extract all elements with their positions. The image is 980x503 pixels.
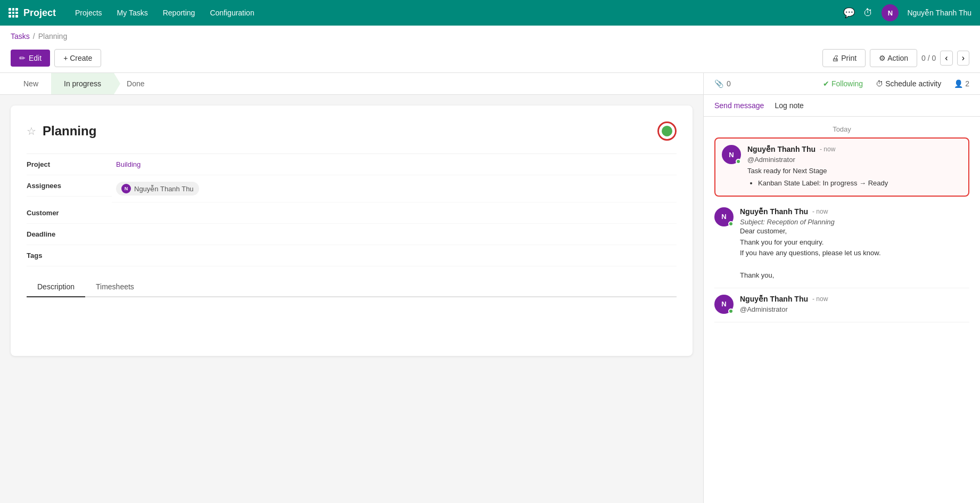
- message-3: N Nguyễn Thanh Thu - now @Administrator: [714, 288, 969, 322]
- msg3-sub: @Administrator: [740, 305, 969, 313]
- top-navigation: Project Projects My Tasks Reporting Conf…: [0, 0, 980, 26]
- pagination: 0 / 0 ‹ ›: [921, 51, 969, 66]
- stage-inprogress-label: In progress: [64, 79, 101, 88]
- msg1-avatar: N: [722, 145, 741, 164]
- tab-description[interactable]: Description: [27, 277, 85, 297]
- task-title-left: ☆ Planning: [27, 124, 96, 139]
- assignee-avatar: N: [121, 184, 131, 193]
- attachment-count: 0: [727, 79, 731, 88]
- msg2-author: Nguyễn Thanh Thu: [740, 207, 808, 216]
- nav-my-tasks[interactable]: My Tasks: [111, 5, 154, 20]
- chatter-messages: Today N Nguyễn Thanh Thu - now @Administ…: [704, 117, 980, 503]
- tab-description-label: Description: [37, 282, 75, 291]
- msg1-text: Task ready for Next Stage: [747, 166, 962, 177]
- chatter-right-actions: ✔ Following ⏱ Schedule activity 👤 2: [823, 79, 969, 88]
- next-button[interactable]: ›: [957, 51, 969, 66]
- create-label: + Create: [63, 54, 92, 62]
- fields-grid: Project Building Assignees N Nguyễn Than…: [27, 153, 677, 266]
- msg2-header: Nguyễn Thanh Thu - now: [740, 207, 969, 216]
- stage-new[interactable]: New: [11, 73, 51, 94]
- breadcrumb-parent[interactable]: Tasks: [11, 32, 30, 40]
- assignees-value[interactable]: N Nguyễn Thanh Thu: [112, 175, 677, 202]
- prev-button[interactable]: ‹: [940, 51, 952, 66]
- message-actions: Send message Log note: [704, 95, 980, 117]
- right-panel: 📎 0 ✔ Following ⏱ Schedule activity 👤 2: [703, 73, 980, 503]
- msg2-content: Nguyễn Thanh Thu - now Subject: Receptio…: [740, 207, 969, 281]
- date-divider: Today: [714, 117, 969, 137]
- create-button[interactable]: + Create: [54, 49, 101, 67]
- msg3-header: Nguyễn Thanh Thu - now: [740, 295, 969, 303]
- pagination-count: 0 / 0: [921, 54, 936, 62]
- favorite-icon[interactable]: ☆: [27, 125, 36, 137]
- person-icon: 👤: [954, 79, 963, 88]
- user-name: Nguyễn Thanh Thu: [907, 9, 971, 17]
- breadcrumb: Tasks / Planning: [0, 26, 980, 44]
- followers-number: 2: [965, 79, 969, 88]
- stage-bar: New In progress Done: [0, 73, 703, 95]
- deadline-value[interactable]: [112, 224, 677, 245]
- stage-inprogress[interactable]: In progress: [51, 73, 114, 94]
- print-button[interactable]: 🖨 Print: [822, 49, 866, 67]
- chat-icon[interactable]: 💬: [843, 7, 855, 19]
- stage-done-label: Done: [127, 79, 144, 88]
- msg2-time: - now: [812, 208, 828, 215]
- online-indicator: [736, 159, 741, 164]
- tags-value[interactable]: [112, 245, 677, 266]
- msg1-list: Kanban State Label: In progress → Ready: [758, 179, 962, 187]
- msg2-avatar: N: [714, 207, 734, 226]
- nav-projects[interactable]: Projects: [69, 5, 109, 20]
- app-name: Project: [23, 7, 56, 19]
- print-label: 🖨 Print: [831, 54, 857, 62]
- following-button[interactable]: ✔ Following: [823, 79, 863, 88]
- msg3-author: Nguyễn Thanh Thu: [740, 295, 808, 303]
- stage-done[interactable]: Done: [114, 73, 157, 94]
- assignees-label: Assignees: [27, 175, 112, 197]
- assignee-name: Nguyễn Thanh Thu: [134, 185, 194, 193]
- tags-label: Tags: [27, 245, 112, 266]
- tabs-bar: Description Timesheets: [27, 277, 677, 297]
- project-value[interactable]: Building: [112, 154, 677, 175]
- nav-reporting[interactable]: Reporting: [157, 5, 202, 20]
- message-2: N Nguyễn Thanh Thu - now Subject: Recept…: [714, 201, 969, 288]
- tab-timesheets[interactable]: Timesheets: [85, 277, 145, 297]
- msg2-body: Dear customer, Thank you for your enquir…: [740, 226, 969, 281]
- msg1-author: Nguyễn Thanh Thu: [747, 145, 816, 153]
- following-label: Following: [831, 79, 863, 88]
- breadcrumb-current: Planning: [38, 32, 68, 40]
- clock-icon: ⏱: [876, 79, 883, 88]
- deadline-label: Deadline: [27, 224, 112, 245]
- customer-label: Customer: [27, 202, 112, 224]
- project-label: Project: [27, 154, 112, 175]
- followers-count: 👤 2: [954, 79, 969, 88]
- left-panel: New In progress Done ☆ Planning: [0, 73, 703, 503]
- msg2-subject: Subject: Reception of Planning: [740, 218, 969, 226]
- action-label: ⚙ Action: [879, 54, 908, 62]
- msg3-content: Nguyễn Thanh Thu - now @Administrator: [740, 295, 969, 315]
- help-icon[interactable]: ⏱: [863, 7, 873, 19]
- customer-value[interactable]: [112, 202, 677, 224]
- tab-timesheets-label: Timesheets: [96, 282, 134, 291]
- nav-configuration[interactable]: Configuration: [203, 5, 260, 20]
- online-indicator-3: [728, 309, 734, 314]
- user-avatar[interactable]: N: [882, 4, 899, 21]
- send-message-button[interactable]: Send message: [714, 101, 764, 110]
- schedule-activity-button[interactable]: ⏱ Schedule activity: [876, 79, 941, 88]
- action-button[interactable]: ⚙ Action: [870, 49, 917, 67]
- msg1-sub: @Administrator: [747, 156, 962, 164]
- msg3-avatar: N: [714, 295, 734, 314]
- breadcrumb-separator: /: [33, 32, 35, 40]
- kanban-state-button[interactable]: [657, 121, 677, 141]
- chatter-header: 📎 0 ✔ Following ⏱ Schedule activity 👤 2: [704, 73, 980, 95]
- grid-icon: [9, 8, 18, 18]
- app-logo[interactable]: Project: [9, 7, 56, 19]
- toolbar: ✏ Edit + Create 🖨 Print ⚙ Action 0 / 0 ‹…: [0, 44, 980, 73]
- stage-new-label: New: [23, 79, 38, 88]
- attachment-area: 📎 0: [714, 79, 731, 88]
- task-title: Planning: [43, 124, 96, 139]
- assignee-tag[interactable]: N Nguyễn Thanh Thu: [116, 182, 199, 196]
- edit-button[interactable]: ✏ Edit: [11, 50, 50, 67]
- nav-links: Projects My Tasks Reporting Configuratio…: [69, 5, 830, 20]
- log-note-button[interactable]: Log note: [775, 101, 804, 110]
- task-title-row: ☆ Planning: [27, 121, 677, 141]
- schedule-label: Schedule activity: [885, 79, 941, 88]
